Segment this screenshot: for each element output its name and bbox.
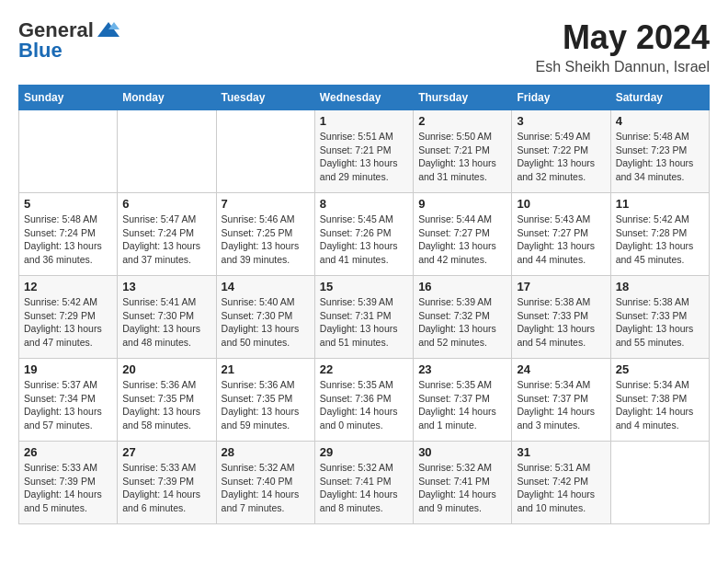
day-number: 11 xyxy=(616,197,704,211)
calendar-day-cell: 19Sunrise: 5:37 AM Sunset: 7:34 PM Dayli… xyxy=(19,359,118,442)
day-info: Sunrise: 5:36 AM Sunset: 7:35 PM Dayligh… xyxy=(122,378,210,432)
day-number: 20 xyxy=(122,362,210,376)
day-info: Sunrise: 5:37 AM Sunset: 7:34 PM Dayligh… xyxy=(24,378,112,432)
day-number: 17 xyxy=(517,280,605,293)
day-info: Sunrise: 5:38 AM Sunset: 7:33 PM Dayligh… xyxy=(517,295,605,350)
day-info: Sunrise: 5:48 AM Sunset: 7:23 PM Dayligh… xyxy=(616,130,704,184)
day-number: 25 xyxy=(616,362,704,376)
calendar-header-row: Sunday Monday Tuesday Wednesday Thursday… xyxy=(19,86,710,110)
day-info: Sunrise: 5:44 AM Sunset: 7:27 PM Dayligh… xyxy=(418,213,506,267)
calendar-day-cell: 12Sunrise: 5:42 AM Sunset: 7:29 PM Dayli… xyxy=(19,276,118,359)
col-friday: Friday xyxy=(512,86,610,110)
calendar-day-cell: 10Sunrise: 5:43 AM Sunset: 7:27 PM Dayli… xyxy=(512,193,610,276)
col-monday: Monday xyxy=(118,86,216,110)
calendar-day-cell: 25Sunrise: 5:34 AM Sunset: 7:38 PM Dayli… xyxy=(610,359,709,442)
day-number: 7 xyxy=(222,197,310,211)
day-number: 14 xyxy=(222,280,310,293)
day-info: Sunrise: 5:39 AM Sunset: 7:32 PM Dayligh… xyxy=(418,295,506,350)
day-info: Sunrise: 5:31 AM Sunset: 7:42 PM Dayligh… xyxy=(517,461,605,515)
calendar-day-cell: 29Sunrise: 5:32 AM Sunset: 7:41 PM Dayli… xyxy=(314,442,413,524)
day-info: Sunrise: 5:47 AM Sunset: 7:24 PM Dayligh… xyxy=(122,213,210,267)
day-number: 18 xyxy=(616,280,704,293)
day-info: Sunrise: 5:38 AM Sunset: 7:33 PM Dayligh… xyxy=(616,295,704,350)
calendar-table: Sunday Monday Tuesday Wednesday Thursday… xyxy=(18,85,710,524)
day-info: Sunrise: 5:39 AM Sunset: 7:31 PM Dayligh… xyxy=(320,295,408,350)
day-number: 12 xyxy=(24,280,112,293)
calendar-day-cell: 24Sunrise: 5:34 AM Sunset: 7:37 PM Dayli… xyxy=(512,359,610,442)
calendar-week-row: 19Sunrise: 5:37 AM Sunset: 7:34 PM Dayli… xyxy=(19,359,710,442)
day-number: 30 xyxy=(418,445,506,459)
calendar-day-cell: 3Sunrise: 5:49 AM Sunset: 7:22 PM Daylig… xyxy=(512,110,610,193)
day-number: 19 xyxy=(24,362,112,376)
calendar-day-cell: 5Sunrise: 5:48 AM Sunset: 7:24 PM Daylig… xyxy=(19,193,118,276)
day-info: Sunrise: 5:35 AM Sunset: 7:37 PM Dayligh… xyxy=(418,378,506,432)
day-number: 28 xyxy=(222,445,310,459)
day-number: 5 xyxy=(24,197,112,211)
calendar-day-cell: 6Sunrise: 5:47 AM Sunset: 7:24 PM Daylig… xyxy=(118,193,216,276)
day-info: Sunrise: 5:32 AM Sunset: 7:41 PM Dayligh… xyxy=(418,461,506,515)
day-info: Sunrise: 5:50 AM Sunset: 7:21 PM Dayligh… xyxy=(418,130,506,184)
day-info: Sunrise: 5:45 AM Sunset: 7:26 PM Dayligh… xyxy=(320,213,408,267)
col-saturday: Saturday xyxy=(610,86,709,110)
title-block: May 2024 Esh Sheikh Dannun, Israel xyxy=(536,18,710,75)
day-number: 21 xyxy=(222,362,310,376)
day-info: Sunrise: 5:42 AM Sunset: 7:28 PM Dayligh… xyxy=(616,213,704,267)
day-number: 2 xyxy=(418,114,506,128)
calendar-day-cell: 18Sunrise: 5:38 AM Sunset: 7:33 PM Dayli… xyxy=(610,276,709,359)
calendar-week-row: 1Sunrise: 5:51 AM Sunset: 7:21 PM Daylig… xyxy=(19,110,710,193)
col-wednesday: Wednesday xyxy=(314,86,413,110)
day-number: 6 xyxy=(122,197,210,211)
calendar-day-cell: 26Sunrise: 5:33 AM Sunset: 7:39 PM Dayli… xyxy=(19,442,118,524)
day-info: Sunrise: 5:43 AM Sunset: 7:27 PM Dayligh… xyxy=(517,213,605,267)
day-info: Sunrise: 5:40 AM Sunset: 7:30 PM Dayligh… xyxy=(222,295,310,350)
day-info: Sunrise: 5:32 AM Sunset: 7:40 PM Dayligh… xyxy=(222,461,310,515)
day-number: 23 xyxy=(418,362,506,376)
calendar-week-row: 5Sunrise: 5:48 AM Sunset: 7:24 PM Daylig… xyxy=(19,193,710,276)
calendar-day-cell: 15Sunrise: 5:39 AM Sunset: 7:31 PM Dayli… xyxy=(314,276,413,359)
location-title: Esh Sheikh Dannun, Israel xyxy=(536,59,710,75)
calendar-day-cell: 7Sunrise: 5:46 AM Sunset: 7:25 PM Daylig… xyxy=(216,193,314,276)
col-sunday: Sunday xyxy=(19,86,118,110)
day-info: Sunrise: 5:49 AM Sunset: 7:22 PM Dayligh… xyxy=(517,130,605,184)
day-info: Sunrise: 5:32 AM Sunset: 7:41 PM Dayligh… xyxy=(320,461,408,515)
day-info: Sunrise: 5:51 AM Sunset: 7:21 PM Dayligh… xyxy=(320,130,408,184)
month-year-title: May 2024 xyxy=(536,18,710,57)
day-number: 8 xyxy=(320,197,408,211)
day-number: 1 xyxy=(320,114,408,128)
calendar-day-cell xyxy=(216,110,314,193)
day-info: Sunrise: 5:36 AM Sunset: 7:35 PM Dayligh… xyxy=(222,378,310,432)
day-number: 9 xyxy=(418,197,506,211)
logo-blue: Blue xyxy=(18,39,63,63)
day-info: Sunrise: 5:48 AM Sunset: 7:24 PM Dayligh… xyxy=(24,213,112,267)
calendar-day-cell: 4Sunrise: 5:48 AM Sunset: 7:23 PM Daylig… xyxy=(610,110,709,193)
page-header: General Blue May 2024 Esh Sheikh Dannun,… xyxy=(18,18,710,75)
calendar-day-cell: 2Sunrise: 5:50 AM Sunset: 7:21 PM Daylig… xyxy=(414,110,512,193)
calendar-day-cell: 27Sunrise: 5:33 AM Sunset: 7:39 PM Dayli… xyxy=(118,442,216,524)
calendar-day-cell: 28Sunrise: 5:32 AM Sunset: 7:40 PM Dayli… xyxy=(216,442,314,524)
calendar-day-cell: 16Sunrise: 5:39 AM Sunset: 7:32 PM Dayli… xyxy=(414,276,512,359)
day-number: 10 xyxy=(517,197,605,211)
calendar-day-cell: 30Sunrise: 5:32 AM Sunset: 7:41 PM Dayli… xyxy=(414,442,512,524)
day-number: 4 xyxy=(616,114,704,128)
logo-icon xyxy=(96,20,121,40)
col-thursday: Thursday xyxy=(414,86,512,110)
logo: General Blue xyxy=(18,18,123,63)
calendar-day-cell xyxy=(19,110,118,193)
calendar-week-row: 26Sunrise: 5:33 AM Sunset: 7:39 PM Dayli… xyxy=(19,442,710,524)
calendar-day-cell: 31Sunrise: 5:31 AM Sunset: 7:42 PM Dayli… xyxy=(512,442,610,524)
day-number: 15 xyxy=(320,280,408,293)
calendar-week-row: 12Sunrise: 5:42 AM Sunset: 7:29 PM Dayli… xyxy=(19,276,710,359)
calendar-day-cell: 8Sunrise: 5:45 AM Sunset: 7:26 PM Daylig… xyxy=(314,193,413,276)
calendar-day-cell: 23Sunrise: 5:35 AM Sunset: 7:37 PM Dayli… xyxy=(414,359,512,442)
day-info: Sunrise: 5:35 AM Sunset: 7:36 PM Dayligh… xyxy=(320,378,408,432)
calendar-day-cell: 22Sunrise: 5:35 AM Sunset: 7:36 PM Dayli… xyxy=(314,359,413,442)
calendar-day-cell xyxy=(610,442,709,524)
day-info: Sunrise: 5:34 AM Sunset: 7:37 PM Dayligh… xyxy=(517,378,605,432)
day-number: 26 xyxy=(24,445,112,459)
day-number: 31 xyxy=(517,445,605,459)
day-info: Sunrise: 5:33 AM Sunset: 7:39 PM Dayligh… xyxy=(24,461,112,515)
day-number: 24 xyxy=(517,362,605,376)
day-number: 29 xyxy=(320,445,408,459)
day-info: Sunrise: 5:33 AM Sunset: 7:39 PM Dayligh… xyxy=(122,461,210,515)
day-number: 22 xyxy=(320,362,408,376)
